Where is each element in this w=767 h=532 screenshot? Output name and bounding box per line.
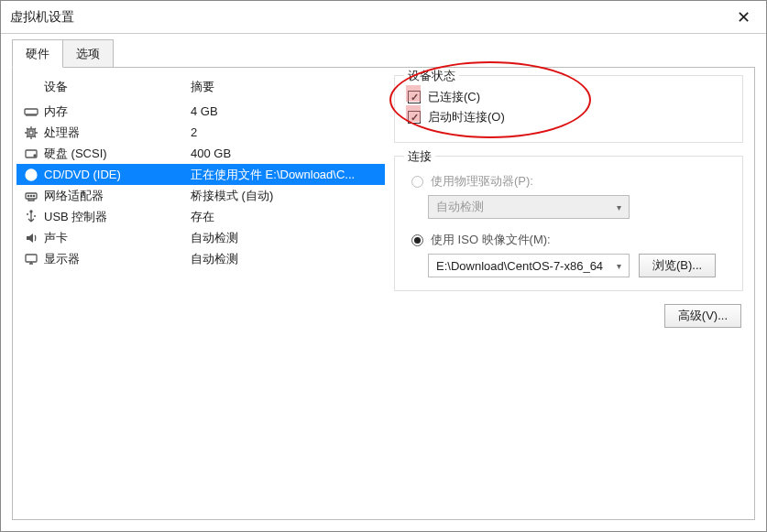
tab-options[interactable]: 选项	[62, 39, 114, 67]
device-name: 网络适配器	[44, 188, 191, 204]
browse-button[interactable]: 浏览(B)...	[639, 254, 716, 277]
svg-point-9	[30, 195, 31, 196]
svg-rect-12	[26, 255, 37, 262]
iso-path-value: E:\Download\CentOS-7-x86_64	[436, 259, 611, 273]
svg-point-4	[34, 155, 36, 157]
group-title-connection: 连接	[404, 148, 435, 165]
net-icon	[24, 189, 44, 203]
iso-path-combo[interactable]: E:\Download\CentOS-7-x86_64 ▾	[428, 254, 630, 277]
device-row-usb[interactable]: USB 控制器存在	[16, 206, 385, 227]
device-row-cpu[interactable]: 处理器2	[16, 122, 385, 143]
svg-point-11	[30, 211, 32, 212]
device-summary: 自动检测	[191, 230, 378, 246]
device-row-sound[interactable]: 声卡自动检测	[16, 227, 385, 248]
svg-point-10	[33, 195, 34, 196]
device-row-net[interactable]: 网络适配器桥接模式 (自动)	[16, 185, 385, 206]
physical-drive-combo: 自动检测 ▾	[428, 195, 630, 219]
disk-icon	[24, 147, 44, 161]
device-name: 处理器	[44, 125, 191, 141]
group-title-status: 设备状态	[404, 68, 459, 84]
device-summary: 4 GB	[191, 104, 378, 118]
chevron-down-icon[interactable]: ▾	[617, 261, 621, 271]
titlebar: 虚拟机设置 ✕	[1, 1, 766, 34]
device-list-header: 设备 摘要	[16, 75, 385, 101]
advanced-button[interactable]: 高级(V)...	[664, 304, 741, 328]
tab-hardware[interactable]: 硬件	[12, 39, 63, 68]
checkbox-connected[interactable]	[408, 91, 421, 103]
header-summary: 摘要	[191, 79, 378, 95]
physical-drive-value: 自动检测	[436, 199, 611, 215]
vm-settings-window: 虚拟机设置 ✕ 硬件 选项 设备 摘要 内存4 GB处理器2硬盘 (SCSI)4…	[0, 0, 767, 532]
device-detail-pane: 设备状态 已连接(C) 启动时连接(O) 连	[389, 68, 754, 519]
checkbox-connected-row[interactable]: 已连接(C)	[408, 89, 729, 105]
device-summary: 桥接模式 (自动)	[191, 188, 378, 204]
header-device: 设备	[44, 79, 191, 95]
device-summary: 2	[191, 125, 378, 139]
display-icon	[24, 252, 44, 266]
checkbox-connected-label: 已连接(C)	[428, 89, 480, 105]
connection-group: 连接 使用物理驱动器(P): 自动检测 ▾ 使用 ISO 映像文件(M):	[394, 156, 743, 291]
device-name: 显示器	[44, 251, 191, 267]
cpu-icon	[24, 125, 44, 140]
svg-rect-2	[29, 131, 33, 135]
radio-use-iso-row[interactable]: 使用 ISO 映像文件(M):	[411, 232, 729, 248]
device-summary: 自动检测	[191, 251, 378, 267]
radio-use-physical-row[interactable]: 使用物理驱动器(P):	[411, 173, 729, 190]
cd-icon	[24, 168, 44, 182]
svg-rect-1	[27, 129, 35, 136]
svg-rect-0	[25, 109, 38, 114]
checkbox-connect-at-poweron[interactable]	[408, 111, 421, 124]
svg-point-6	[30, 173, 33, 176]
svg-point-8	[27, 195, 28, 196]
device-summary: 正在使用文件 E:\Download\C...	[191, 167, 378, 183]
usb-icon	[24, 210, 44, 224]
device-name: USB 控制器	[44, 209, 191, 225]
device-row-cd[interactable]: CD/DVD (IDE)正在使用文件 E:\Download\C...	[16, 164, 385, 185]
device-row-display[interactable]: 显示器自动检测	[16, 248, 385, 269]
device-name: 硬盘 (SCSI)	[44, 146, 191, 162]
checkbox-connect-at-poweron-label: 启动时连接(O)	[428, 109, 505, 125]
window-title: 虚拟机设置	[10, 9, 729, 26]
device-row-disk[interactable]: 硬盘 (SCSI)400 GB	[16, 143, 385, 164]
device-name: 内存	[44, 103, 191, 120]
device-status-group: 设备状态 已连接(C) 启动时连接(O)	[394, 75, 743, 143]
device-list-pane: 设备 摘要 内存4 GB处理器2硬盘 (SCSI)400 GBCD/DVD (I…	[13, 68, 389, 519]
radio-use-physical-label: 使用物理驱动器(P):	[431, 173, 533, 190]
device-row-memory[interactable]: 内存4 GB	[16, 101, 385, 122]
device-summary: 存在	[191, 209, 378, 225]
memory-icon	[24, 104, 44, 119]
checkbox-connect-at-poweron-row[interactable]: 启动时连接(O)	[408, 109, 729, 125]
radio-use-iso-label: 使用 ISO 映像文件(M):	[431, 232, 551, 248]
sound-icon	[24, 231, 44, 245]
close-icon[interactable]: ✕	[729, 7, 757, 27]
radio-use-iso[interactable]	[411, 234, 423, 246]
device-summary: 400 GB	[191, 147, 378, 160]
device-name: 声卡	[44, 230, 191, 246]
radio-use-physical[interactable]	[411, 176, 423, 188]
tab-strip: 硬件 选项	[1, 34, 766, 67]
device-name: CD/DVD (IDE)	[44, 168, 191, 181]
chevron-down-icon: ▾	[617, 202, 621, 212]
tab-panel-hardware: 设备 摘要 内存4 GB处理器2硬盘 (SCSI)400 GBCD/DVD (I…	[12, 67, 755, 520]
